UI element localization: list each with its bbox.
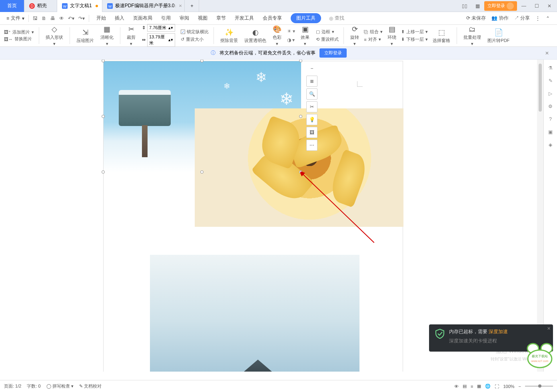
batch-button[interactable]: 🗂批量处理 ▾: [462, 25, 483, 46]
collab-button[interactable]: 👥 协作: [491, 15, 508, 22]
clarity-button[interactable]: ▦清晰化 ▾: [99, 25, 115, 46]
svg-text:极光下载站: 极光下载站: [531, 354, 548, 358]
spellcheck-toggle[interactable]: ◯ 拼写检查 ▾: [46, 383, 74, 389]
reset-style-icon: ⟲: [316, 37, 319, 42]
fit-page-icon[interactable]: ⛶: [495, 384, 499, 389]
set-transparent-button[interactable]: ◐设置透明色: [243, 28, 268, 44]
float-idea-icon[interactable]: 💡: [306, 114, 317, 125]
combine-button[interactable]: ⿻组合 ▾: [364, 29, 383, 35]
pin-icon[interactable]: ⎘: [174, 4, 176, 8]
layout-preset-icon[interactable]: ▯▯: [459, 0, 471, 12]
print-preview-icon[interactable]: 👁: [59, 16, 64, 21]
tab-new[interactable]: ＋: [185, 0, 199, 12]
side-select-icon[interactable]: ▷: [549, 91, 552, 96]
effects-button[interactable]: ▣效果 ▾: [299, 25, 311, 46]
replace-picture-button[interactable]: 🖼↔替换图片: [4, 36, 34, 42]
status-word-count[interactable]: 字数: 0: [27, 383, 40, 389]
float-zoom-out-icon[interactable]: −: [306, 63, 317, 74]
document-page[interactable]: ❄ ❄ ❄: [103, 61, 403, 372]
tab-daoke[interactable]: D 稻壳: [24, 0, 57, 12]
side-design-icon[interactable]: ⚗: [548, 65, 553, 71]
unsaved-button[interactable]: ⟳ 未保存: [466, 15, 486, 22]
banner-login-button[interactable]: 立即登录: [319, 48, 347, 58]
rotate-button[interactable]: ⟳旋转 ▾: [349, 25, 361, 46]
reset-size-button[interactable]: ↺重设大小: [181, 36, 209, 42]
login-button[interactable]: 立即登录: [484, 1, 517, 11]
float-more-icon[interactable]: ⋯: [306, 140, 317, 151]
banner-close-icon[interactable]: ✕: [545, 50, 549, 56]
height-input[interactable]: 7.76厘米▴▾: [147, 24, 175, 32]
move-up-button[interactable]: ⬆上移一层 ▾: [401, 29, 428, 35]
menu-tab-review[interactable]: 审阅: [180, 13, 189, 23]
float-magnify-icon[interactable]: 🔍: [306, 88, 317, 100]
lock-aspect-checkbox[interactable]: ✓锁定纵横比: [181, 29, 209, 35]
side-settings-icon[interactable]: ⚙: [548, 104, 553, 109]
float-crop-icon[interactable]: ✂: [306, 101, 317, 112]
move-down-button[interactable]: ⬇下移一层 ▾: [401, 36, 428, 42]
crop-button[interactable]: ✂裁剪 ▾: [125, 25, 137, 46]
tab-close-icon[interactable]: ✕: [179, 4, 182, 8]
menu-tab-devtools[interactable]: 开发工具: [235, 13, 254, 23]
reset-style-button[interactable]: ⟲重设样式: [316, 36, 339, 42]
file-menu[interactable]: ≡文件▾: [3, 13, 28, 23]
float-layout-icon[interactable]: ≣: [306, 76, 317, 87]
grid-apps-icon[interactable]: ▦: [471, 0, 483, 12]
compress-picture-button[interactable]: ⇲压缩图片: [75, 28, 96, 44]
tab-pdf[interactable]: W 极速PDF编辑器用户手册3.0 ⎘ ✕: [102, 0, 185, 12]
contrast-icon[interactable]: ◑ ▾: [287, 37, 295, 43]
add-picture-button[interactable]: 🖼⁺添加图片 ▾: [4, 29, 34, 35]
focus-mode-icon[interactable]: 👁: [454, 384, 459, 389]
more-menu-icon[interactable]: ⋮: [535, 16, 540, 21]
undo-icon[interactable]: ↶▾: [68, 16, 74, 21]
view-print-icon[interactable]: ▤: [463, 384, 467, 389]
align-button[interactable]: ≡对齐 ▾: [364, 36, 383, 42]
side-edit-icon[interactable]: ✎: [549, 78, 553, 84]
menu-tab-reference[interactable]: 引用: [161, 13, 171, 23]
color-button[interactable]: 🎨色彩 ▾: [271, 25, 283, 46]
menu-tab-picture-tools[interactable]: 图片工具: [291, 13, 321, 23]
window-minimize-icon[interactable]: —: [518, 0, 530, 12]
menu-tab-member[interactable]: 会员专享: [263, 13, 282, 23]
tab-document-active[interactable]: W 文字文稿1: [57, 0, 102, 12]
selection-pane-button[interactable]: ⬚选择窗格: [431, 28, 452, 44]
side-help-icon[interactable]: ?: [549, 116, 552, 122]
border-button[interactable]: ▢边框 ▾: [316, 29, 339, 35]
toast-close-icon[interactable]: ✕: [547, 326, 551, 331]
menu-tab-start[interactable]: 开始: [96, 13, 106, 23]
tab-home[interactable]: 首页: [0, 0, 24, 12]
view-read-icon[interactable]: 🌐: [485, 384, 491, 389]
collapse-ribbon-icon[interactable]: ⌃: [546, 16, 550, 21]
width-input[interactable]: 13.79厘米▴▾: [147, 33, 175, 47]
window-close-icon[interactable]: ✕: [543, 0, 555, 12]
menu-tab-view[interactable]: 视图: [198, 13, 208, 23]
brightness-icon[interactable]: ☀ ▾: [287, 28, 295, 34]
zoom-slider[interactable]: [525, 386, 553, 387]
find-command[interactable]: ◎查找: [329, 15, 344, 22]
window-maximize-icon[interactable]: ☐: [531, 0, 543, 12]
remove-bg-button[interactable]: ✨抠除背景: [219, 28, 240, 44]
menu-tab-chapter[interactable]: 章节: [216, 13, 226, 23]
view-web-icon[interactable]: ▦: [477, 384, 481, 389]
zoom-level[interactable]: 100%: [503, 384, 514, 389]
redo-icon[interactable]: ↷▾: [78, 16, 85, 21]
scroll-thumb[interactable]: [539, 64, 542, 112]
share-button[interactable]: ↗ 分享: [514, 15, 530, 22]
zoom-out-icon[interactable]: −: [519, 384, 521, 389]
view-outline-icon[interactable]: ≡: [471, 384, 473, 389]
menu-tab-insert[interactable]: 插入: [115, 13, 124, 23]
transparent-icon: ◐: [252, 28, 259, 37]
proofread-button[interactable]: ✎ 文档校对: [79, 383, 102, 389]
save-as-icon[interactable]: 🗎: [42, 16, 46, 21]
wrap-button[interactable]: ▤环绕 ▾: [386, 25, 398, 46]
image-flower[interactable]: [195, 108, 403, 227]
side-template-icon[interactable]: ▣: [548, 129, 553, 135]
side-resource-icon[interactable]: ◈: [549, 142, 552, 148]
insert-shape-button[interactable]: ◇插入形状 ▾: [44, 25, 65, 46]
status-page[interactable]: 页面: 1/2: [4, 383, 21, 389]
float-replace-pic-icon[interactable]: 🖼: [306, 127, 317, 138]
pic-to-pdf-button[interactable]: 📄图片转PDF: [486, 28, 511, 44]
menu-tab-layout[interactable]: 页面布局: [133, 13, 152, 23]
image-landscape[interactable]: [150, 255, 359, 372]
print-icon[interactable]: 🖶: [50, 16, 55, 21]
save-icon[interactable]: 🖫: [33, 16, 38, 21]
